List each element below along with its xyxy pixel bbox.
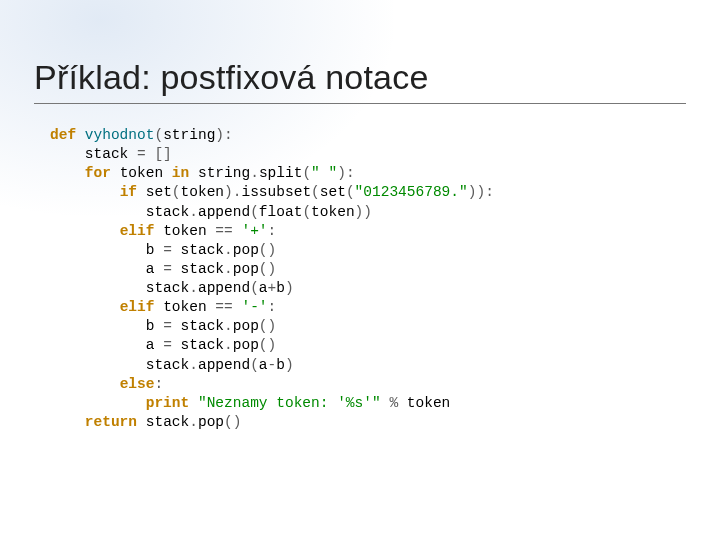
code-token: a bbox=[50, 337, 163, 353]
code-token: set bbox=[146, 184, 172, 200]
code-token: () bbox=[259, 318, 276, 334]
code-token: '+' bbox=[241, 223, 267, 239]
code-token: elif bbox=[120, 223, 164, 239]
code-token: stack bbox=[50, 357, 189, 373]
title-underline bbox=[34, 103, 686, 104]
code-token: = bbox=[137, 146, 146, 162]
code-token: + bbox=[268, 280, 277, 296]
code-token: print bbox=[146, 395, 198, 411]
code-token: stack bbox=[172, 337, 224, 353]
code-token: a bbox=[50, 261, 163, 277]
code-token: elif bbox=[120, 299, 164, 315]
code-token: a bbox=[259, 280, 268, 296]
code-token: : bbox=[268, 223, 277, 239]
code-token: ( bbox=[250, 204, 259, 220]
code-token: ) bbox=[285, 280, 294, 296]
code-token: - bbox=[268, 357, 277, 373]
code-token: . bbox=[189, 204, 198, 220]
code-token: stack bbox=[172, 242, 224, 258]
code-line: for token in string.split(" "): bbox=[50, 164, 660, 183]
code-token: : bbox=[224, 127, 233, 143]
code-token: ( bbox=[302, 204, 311, 220]
code-token: % bbox=[389, 395, 398, 411]
code-token: token bbox=[163, 299, 215, 315]
code-token bbox=[50, 376, 120, 392]
code-token bbox=[50, 223, 120, 239]
code-token: : bbox=[268, 299, 277, 315]
code-token: ( bbox=[250, 280, 259, 296]
code-token: b bbox=[276, 280, 285, 296]
code-token: "Neznamy token: '%s'" bbox=[198, 395, 381, 411]
code-token: ( bbox=[346, 184, 355, 200]
code-token: . bbox=[189, 357, 198, 373]
code-token: pop bbox=[233, 261, 259, 277]
code-token: . bbox=[224, 318, 233, 334]
code-token: append bbox=[198, 357, 250, 373]
code-token bbox=[50, 395, 146, 411]
code-token: )) bbox=[468, 184, 485, 200]
code-token: def bbox=[50, 127, 85, 143]
code-token bbox=[50, 414, 85, 430]
code-line: elif token == '-': bbox=[50, 298, 660, 317]
code-token: token bbox=[181, 184, 225, 200]
code-token: token bbox=[398, 395, 450, 411]
code-line: return stack.pop() bbox=[50, 413, 660, 432]
code-token: return bbox=[85, 414, 146, 430]
code-token: issubset bbox=[241, 184, 311, 200]
code-token: pop bbox=[233, 242, 259, 258]
code-token: string bbox=[163, 127, 215, 143]
code-token: . bbox=[224, 261, 233, 277]
code-token: if bbox=[120, 184, 146, 200]
code-token: = bbox=[163, 337, 172, 353]
code-token: token bbox=[120, 165, 172, 181]
code-token: ) bbox=[285, 357, 294, 373]
code-line: b = stack.pop() bbox=[50, 241, 660, 260]
code-line: stack = [] bbox=[50, 145, 660, 164]
code-token: b bbox=[50, 242, 163, 258]
slide-title: Příklad: postfixová notace bbox=[34, 58, 686, 97]
code-token: pop bbox=[233, 318, 259, 334]
code-token: = bbox=[163, 242, 172, 258]
code-token: ) bbox=[224, 184, 233, 200]
code-token: set bbox=[320, 184, 346, 200]
code-token: ( bbox=[250, 357, 259, 373]
code-token: ( bbox=[154, 127, 163, 143]
code-token: in bbox=[172, 165, 198, 181]
code-token: ) bbox=[215, 127, 224, 143]
code-token: stack bbox=[50, 204, 189, 220]
code-token: () bbox=[224, 414, 241, 430]
code-token: stack bbox=[50, 146, 137, 162]
code-token: float bbox=[259, 204, 303, 220]
code-token: append bbox=[198, 280, 250, 296]
code-token: )) bbox=[355, 204, 372, 220]
code-token: "0123456789." bbox=[355, 184, 468, 200]
code-token: ) bbox=[337, 165, 346, 181]
code-token: b bbox=[276, 357, 285, 373]
code-token bbox=[50, 299, 120, 315]
code-token: . bbox=[224, 337, 233, 353]
code-token: append bbox=[198, 204, 250, 220]
code-token: . bbox=[189, 414, 198, 430]
code-token: stack bbox=[50, 280, 189, 296]
code-example: def vyhodnot(string): stack = [] for tok… bbox=[50, 126, 660, 432]
code-token: else bbox=[120, 376, 155, 392]
code-token: token bbox=[311, 204, 355, 220]
code-line: a = stack.pop() bbox=[50, 336, 660, 355]
code-line: print "Neznamy token: '%s'" % token bbox=[50, 394, 660, 413]
code-token: string bbox=[198, 165, 250, 181]
code-line: else: bbox=[50, 375, 660, 394]
title-section: Příklad: postfixová notace bbox=[34, 58, 686, 104]
code-token: = bbox=[163, 261, 172, 277]
code-line: a = stack.pop() bbox=[50, 260, 660, 279]
code-token: for bbox=[85, 165, 120, 181]
code-token: pop bbox=[198, 414, 224, 430]
code-token: stack bbox=[172, 318, 224, 334]
code-token: vyhodnot bbox=[85, 127, 155, 143]
code-line: def vyhodnot(string): bbox=[50, 126, 660, 145]
code-token: [] bbox=[154, 146, 171, 162]
code-line: elif token == '+': bbox=[50, 222, 660, 241]
code-token: token bbox=[163, 223, 215, 239]
code-token: == bbox=[215, 223, 232, 239]
code-token: split bbox=[259, 165, 303, 181]
code-token: . bbox=[250, 165, 259, 181]
